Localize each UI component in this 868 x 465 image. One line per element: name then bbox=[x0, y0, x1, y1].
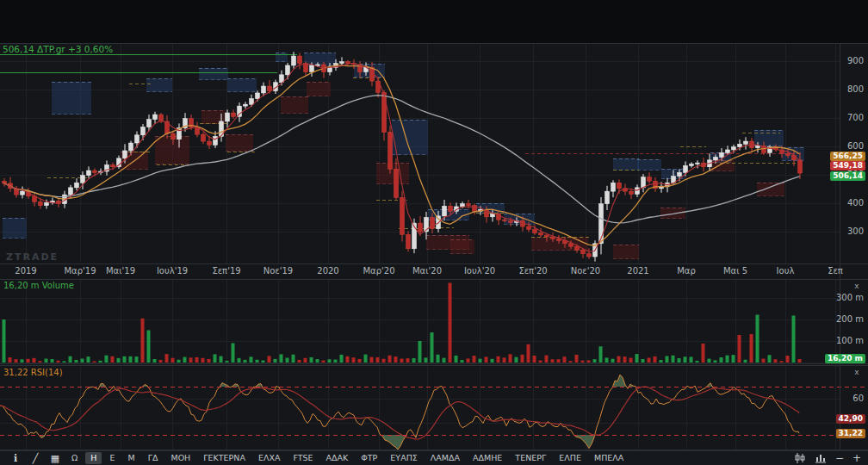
volume-axis-tick: 100 m bbox=[836, 336, 864, 345]
symbol-button[interactable]: ΦΤΡ bbox=[356, 452, 382, 464]
price-axis-tick: 800 bbox=[847, 84, 864, 94]
price-axis-tick: 600 bbox=[847, 141, 864, 151]
time-axis-label: Μαρ bbox=[677, 266, 696, 276]
timeframe-button[interactable]: Η bbox=[85, 452, 102, 464]
zoom-in-button[interactable]: + bbox=[852, 452, 861, 464]
volume-indicator-label: 16,20 m Volume bbox=[3, 281, 74, 290]
rsi-axis-tick: 60 bbox=[852, 394, 864, 403]
rsi-value-badge: 31,22 bbox=[836, 429, 865, 438]
time-axis-label: Μαι'19 bbox=[106, 266, 135, 276]
symbol-button[interactable]: ΕΛΧΑ bbox=[253, 452, 286, 464]
symbol-button[interactable]: ΑΔΑΚ bbox=[321, 452, 354, 464]
price-axis-tick: 300 bbox=[847, 226, 864, 236]
time-axis-label: Σεπ'20 bbox=[518, 266, 547, 276]
chart-style-icon[interactable] bbox=[794, 453, 806, 463]
time-axis-label: Σεπ bbox=[828, 266, 843, 276]
time-axis-label: Νοε'20 bbox=[571, 266, 600, 276]
price-badge: 566,25 bbox=[830, 152, 865, 161]
symbol-button[interactable]: ΓΔ bbox=[143, 452, 164, 464]
zoom-out-button[interactable]: − bbox=[835, 452, 844, 464]
trading-app: 506,14 ΔTP.gr +3 0,60% ZTRADE 16,20 m Vo… bbox=[0, 0, 868, 465]
price-axis-tick: 900 bbox=[847, 56, 864, 65]
time-axis-label: Ιουλ bbox=[777, 266, 795, 276]
price-axis-tick: 700 bbox=[847, 113, 864, 122]
time-axis-label: Μαρ'19 bbox=[64, 266, 96, 276]
price-chart-canvas[interactable] bbox=[0, 0, 868, 450]
symbol-button[interactable]: ΕΥΑΠΣ bbox=[385, 452, 422, 464]
timeframe-button[interactable]: Μ bbox=[122, 452, 140, 464]
volume-axis-tick: 300 m bbox=[836, 293, 864, 302]
time-axis-label: 2019 bbox=[15, 266, 36, 276]
chart-region[interactable] bbox=[0, 0, 868, 450]
volume-value-badge: 16,20 m bbox=[825, 354, 865, 363]
symbol-button[interactable]: FTSE bbox=[288, 452, 318, 464]
price-badge: 549,18 bbox=[830, 161, 865, 170]
info-icon[interactable]: i bbox=[7, 452, 24, 465]
symbol-button[interactable]: ΜΠΕΛΑ bbox=[589, 452, 629, 464]
symbol-button[interactable]: ΛΑΜΔΑ bbox=[425, 452, 465, 464]
time-axis-label: Μαρ'20 bbox=[363, 266, 394, 276]
symbol-button[interactable]: ΓΕΚΤΕΡΝΑ bbox=[198, 452, 251, 464]
draw-tools-icon[interactable]: ╱ bbox=[27, 452, 44, 465]
symbol-button[interactable]: ΕΛΠΕ bbox=[554, 452, 586, 464]
indicators-icon[interactable] bbox=[815, 453, 827, 463]
rsi-indicator-label: 31,22 RSI(14) bbox=[3, 368, 63, 377]
bottom-toolbar: i╱▦ΩΗΕΜΓΔΜΟΗΓΕΚΤΕΡΝΑΕΛΧΑFTSEΑΔΑΚΦΤΡΕΥΑΠΣ… bbox=[0, 450, 868, 465]
time-axis-label: 2020 bbox=[317, 266, 338, 276]
watchlist-icon[interactable]: ▦ bbox=[46, 452, 64, 465]
volume-close-button[interactable]: x bbox=[852, 282, 862, 291]
symbol-button[interactable]: ΑΔΜΗΕ bbox=[468, 452, 507, 464]
time-axis-label: Ιουλ'20 bbox=[464, 266, 495, 276]
volume-axis-tick: 200 m bbox=[836, 314, 864, 324]
time-axis-label: 2021 bbox=[627, 266, 648, 276]
time-axis-label: Νοε'19 bbox=[264, 266, 293, 276]
rsi-value-badge: 42,90 bbox=[836, 414, 865, 424]
timeframe-button[interactable]: Ε bbox=[104, 452, 120, 464]
rsi-close-button[interactable]: x bbox=[852, 368, 862, 377]
symbol-button[interactable]: ΤΕΝΕΡΓ bbox=[510, 452, 551, 464]
time-axis-label: Ιουλ'19 bbox=[157, 266, 188, 276]
price-axis-tick: 400 bbox=[847, 198, 864, 208]
time-axis-label: Μαι 5 bbox=[723, 266, 747, 276]
time-axis-label: Μαι'20 bbox=[412, 266, 442, 276]
time-axis-label: Σεπ'19 bbox=[212, 266, 240, 276]
symbol-price-label: 506,14 ΔTP.gr +3 0,60% bbox=[3, 44, 113, 54]
watermark: ZTRADE bbox=[6, 251, 59, 263]
timeframe-button[interactable]: Ω bbox=[66, 452, 83, 464]
symbol-button[interactable]: ΜΟΗ bbox=[165, 452, 195, 464]
price-badge: 506,14 bbox=[830, 171, 865, 181]
